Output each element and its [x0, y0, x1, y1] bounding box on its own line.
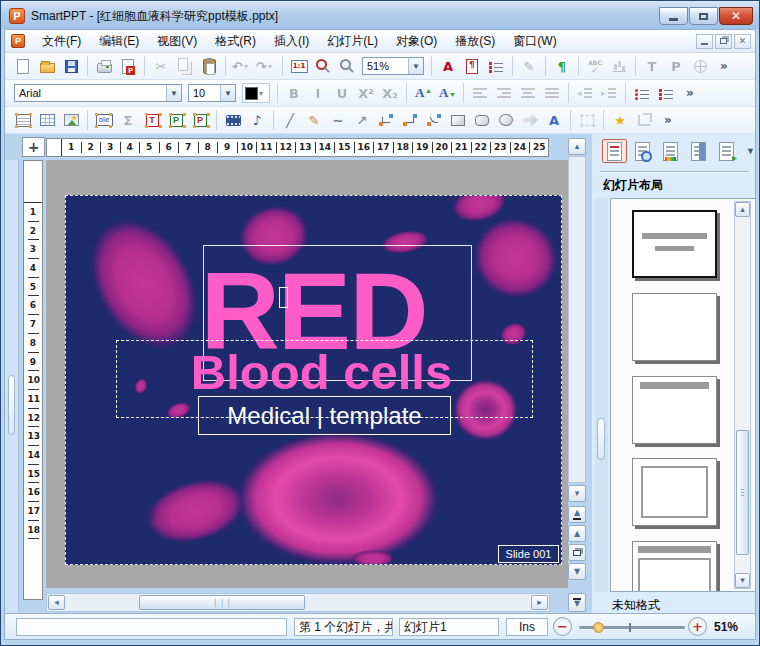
insert-text-placeholder[interactable] — [164, 109, 188, 131]
splitter-handle-icon[interactable] — [597, 418, 605, 460]
insert-audio[interactable]: ♪ — [245, 109, 269, 131]
zoom-in[interactable] — [311, 55, 335, 77]
chevron-down-icon[interactable]: ▾ — [244, 62, 252, 71]
grow-font[interactable] — [411, 82, 435, 104]
open-document[interactable] — [35, 55, 59, 77]
spellcheck[interactable] — [583, 55, 607, 77]
formatting-marks[interactable]: ¶ — [550, 55, 574, 77]
paragraph-settings[interactable] — [460, 55, 484, 77]
decrease-indent[interactable] — [573, 82, 597, 104]
layout-thumbnail-content[interactable] — [632, 458, 717, 526]
font-name-combo[interactable]: Arial▼ — [14, 84, 182, 102]
menu-item-5[interactable]: 插入(I) — [265, 30, 318, 53]
zoom-actual-size[interactable] — [287, 55, 311, 77]
insert-ole-object[interactable] — [92, 109, 116, 131]
menu-item-4[interactable]: 格式(R) — [206, 30, 265, 53]
slide-layout-button[interactable] — [602, 139, 627, 163]
draw-rounded-rectangle[interactable] — [470, 109, 494, 131]
slide-subtitle-text[interactable]: Blood cells — [66, 348, 561, 397]
fontwork[interactable]: A — [542, 109, 566, 131]
insert-table[interactable] — [35, 109, 59, 131]
toolbar-overflow[interactable]: » — [682, 87, 698, 99]
color-scheme-button[interactable] — [658, 139, 683, 163]
left-splitter[interactable] — [5, 160, 19, 613]
align-center[interactable] — [516, 82, 540, 104]
layout-scrollbar[interactable]: ▴ ▾ — [734, 201, 751, 589]
menu-item-9[interactable]: 窗口(W) — [504, 30, 565, 53]
panel-menu-dropdown-icon[interactable]: ▼ — [746, 146, 755, 156]
paste[interactable] — [197, 55, 221, 77]
cut[interactable]: ✂ — [149, 55, 173, 77]
extrusion-star[interactable]: ★ — [608, 109, 632, 131]
chevron-down-icon[interactable]: ▼ — [220, 85, 235, 101]
menu-item-8[interactable]: 播放(S) — [446, 30, 504, 53]
vertical-scrollbar[interactable] — [568, 156, 586, 483]
layout-scroll-thumb[interactable] — [736, 430, 749, 555]
draw-block-arrow[interactable] — [518, 109, 542, 131]
previous-slide-button[interactable]: ▲ — [568, 525, 586, 542]
panel-splitter[interactable] — [595, 198, 608, 592]
format-paintbrush[interactable]: ✎ — [517, 55, 541, 77]
layout-thumbnail-title-slide[interactable] — [632, 210, 717, 278]
superscript[interactable]: X² — [354, 82, 378, 104]
horizontal-ruler[interactable]: 1234567891011121314151617181920212223242… — [46, 138, 549, 157]
print[interactable] — [92, 55, 116, 77]
save-document[interactable] — [59, 55, 83, 77]
menu-item-7[interactable]: 对象(O) — [387, 30, 446, 53]
zoom-level-combo[interactable]: 51%▼ — [362, 57, 424, 75]
increase-indent[interactable] — [597, 82, 621, 104]
font-color-swatch[interactable]: ▾ — [242, 83, 270, 103]
chevron-down-icon[interactable]: ▼ — [408, 58, 423, 74]
slide[interactable]: RED Blood cells Medical | template Slide… — [65, 195, 562, 565]
undo[interactable]: ↶▾ — [230, 55, 254, 77]
text-placeholder-t[interactable]: T — [640, 55, 664, 77]
bold[interactable]: B — [282, 82, 306, 104]
insert-image[interactable] — [59, 109, 83, 131]
chevron-down-icon[interactable]: ▼ — [166, 85, 181, 101]
gallery[interactable] — [607, 55, 631, 77]
font-color[interactable]: A — [436, 55, 460, 77]
zoom-out-button[interactable]: − — [553, 617, 572, 636]
menu-item-2[interactable]: 编辑(E) — [90, 30, 148, 53]
export-pdf[interactable] — [116, 55, 140, 77]
minimize-button[interactable] — [659, 7, 688, 25]
draw-rectangle[interactable] — [446, 109, 470, 131]
close-button[interactable]: ✕ — [719, 7, 753, 25]
align-right[interactable] — [492, 82, 516, 104]
connector-elbow[interactable] — [398, 109, 422, 131]
justify[interactable] — [540, 82, 564, 104]
group-objects[interactable] — [575, 109, 599, 131]
web-view[interactable] — [688, 55, 712, 77]
horizontal-scroll-thumb[interactable] — [139, 595, 305, 610]
insert-content-placeholder[interactable] — [188, 109, 212, 131]
horizontal-scrollbar[interactable]: ◂ ▸ — [46, 593, 550, 612]
slide-transition-button[interactable] — [714, 139, 739, 163]
mdi-minimize-button[interactable] — [696, 34, 713, 49]
subscript[interactable]: X₂ — [378, 82, 402, 104]
document-icon[interactable]: P — [11, 34, 25, 48]
outline-list[interactable] — [484, 55, 508, 77]
numbered-list[interactable] — [654, 82, 678, 104]
insert-title-placeholder[interactable] — [140, 109, 164, 131]
scroll-up-button[interactable]: ▴ — [568, 138, 586, 155]
scroll-right-button[interactable]: ▸ — [531, 595, 548, 610]
scroll-left-button[interactable]: ◂ — [48, 595, 65, 610]
splitter-handle-icon[interactable] — [8, 375, 15, 435]
scroll-down-button[interactable]: ▾ — [568, 485, 586, 502]
italic[interactable]: I — [306, 82, 330, 104]
layout-thumbnail-title-content[interactable] — [632, 541, 717, 592]
slide-sorter-button[interactable] — [568, 544, 586, 561]
connector-straight[interactable] — [374, 109, 398, 131]
bullet-list[interactable] — [630, 82, 654, 104]
menu-item-3[interactable]: 视图(V) — [148, 30, 206, 53]
maximize-button[interactable] — [689, 7, 718, 25]
slide-number-badge[interactable]: Slide 001 — [498, 545, 559, 563]
ruler-origin-button[interactable] — [22, 137, 45, 157]
layout-scroll-down-button[interactable]: ▾ — [735, 573, 750, 588]
layout-thumbnail-blank[interactable] — [632, 293, 717, 361]
zoom-slider-thumb[interactable] — [593, 622, 604, 633]
zoom-out[interactable] — [335, 55, 359, 77]
mdi-restore-button[interactable] — [715, 34, 732, 49]
draw-curve[interactable]: ∼ — [326, 109, 350, 131]
mdi-close-button[interactable]: ✕ — [734, 34, 751, 49]
